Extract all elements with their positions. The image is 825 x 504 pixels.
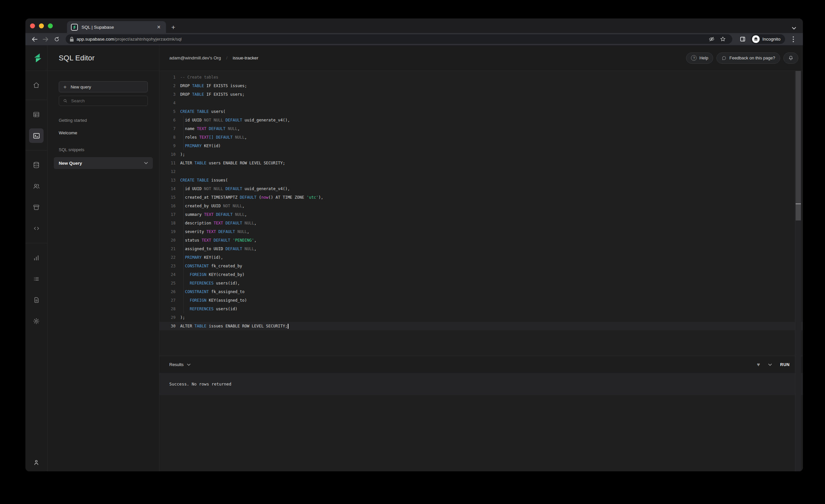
tab-title: SQL | Supabase [81,25,155,30]
line-number: 20 [159,236,175,244]
new-tab-button[interactable]: + [171,24,175,33]
code-line[interactable]: 27 FOREIGN KEY(assigned_to) [159,296,803,305]
run-button[interactable]: RUN [780,362,790,367]
code-line[interactable]: 19 severity TEXT DEFAULT NULL, [159,227,803,236]
nav-auth[interactable] [29,179,44,194]
code-line[interactable]: 11ALTER TABLE users ENABLE ROW LEVEL SEC… [159,159,803,167]
scrollbar-thumb-secondary[interactable] [796,204,801,220]
plus-icon: + [63,84,67,90]
minimize-window-button[interactable] [39,23,44,28]
favorite-heart-icon[interactable]: ♥ [757,362,760,367]
notifications-button[interactable] [783,53,798,64]
sidebar-item-welcome[interactable]: Welcome [59,130,148,135]
code-line[interactable]: 13CREATE TABLE issues( [159,176,803,185]
code-line[interactable]: 1-- Create tables [159,73,803,81]
incognito-icon [752,35,760,43]
code-line[interactable]: 22 PRIMARY KEY(id), [159,253,803,262]
page-title: SQL Editor [59,54,95,62]
code-line[interactable]: 15 created_at TIMESTAMPTZ DEFAULT (now()… [159,193,803,202]
rail-divider [25,150,48,150]
code-line[interactable]: 17 summary TEXT DEFAULT NULL, [159,210,803,219]
code-line[interactable]: 7 name TEXT DEFAULT NULL, [159,125,803,133]
code-lines: 1-- Create tables2DROP TABLE IF EXISTS i… [159,73,803,331]
sidebar-item-new-query[interactable]: New Query [54,157,153,169]
code-line[interactable]: 21 assigned_to UUID DEFAULT NULL, [159,244,803,253]
scrollbar-thumb[interactable] [796,71,801,203]
zoom-window-button[interactable] [48,23,53,28]
line-number: 18 [159,219,175,227]
line-content: FOREIGN KEY(created_by) [175,270,244,279]
eye-off-icon[interactable] [706,34,717,44]
code-line[interactable]: 30ALTER TABLE issues ENABLE ROW LEVEL SE… [159,322,803,331]
feedback-button[interactable]: Feedback on this page? [717,53,780,64]
code-line[interactable]: 5CREATE TABLE users( [159,107,803,116]
code-line[interactable]: 16 created_by UUID NOT NULL, [159,202,803,210]
side-panel-icon[interactable] [737,34,748,44]
nav-table-editor[interactable] [29,107,44,122]
nav-storage[interactable] [29,200,44,215]
bookmark-star-icon[interactable] [717,34,728,44]
code-line[interactable]: 14 id UUID NOT NULL DEFAULT uuid_generat… [159,185,803,193]
nav-sql-editor[interactable] [29,128,44,143]
nav-edge-functions[interactable] [29,221,44,236]
header-actions: ? Help Feedback on this page? [686,53,798,64]
back-icon[interactable] [29,34,40,44]
code-line[interactable]: 9 PRIMARY KEY(id) [159,142,803,150]
close-window-button[interactable] [30,23,35,28]
line-content: assigned_to UUID DEFAULT NULL, [175,244,256,253]
code-line[interactable]: 2DROP TABLE IF EXISTS issues; [159,81,803,90]
code-line[interactable]: 24 FOREIGN KEY(created_by) [159,270,803,279]
incognito-badge[interactable]: Incognito [751,34,785,44]
code-line[interactable]: 6 id UUID NOT NULL DEFAULT uuid_generate… [159,116,803,125]
feedback-label: Feedback on this page? [729,56,775,60]
status-message: Success. No rows returned [169,381,231,386]
help-button[interactable]: ? Help [686,53,713,64]
code-line[interactable]: 3DROP TABLE IF EXISTS users; [159,90,803,99]
breadcrumb-org[interactable]: adam@windmill.dev's Org [169,56,221,60]
search-input[interactable] [71,98,144,103]
indent-guide [183,185,184,313]
code-line[interactable]: 18 description TEXT DEFAULT NULL, [159,219,803,227]
tab-strip: SQL | Supabase ✕ + [25,18,803,33]
new-query-button[interactable]: + New query [59,81,148,92]
code-line[interactable]: 20 status TEXT DEFAULT 'PENDING', [159,236,803,244]
results-tab[interactable]: Results [169,362,191,367]
reload-icon[interactable] [51,34,62,44]
line-content: ALTER TABLE issues ENABLE ROW LEVEL SECU… [175,322,288,331]
breadcrumb-project[interactable]: issue-tracker [233,56,258,60]
nav-logs[interactable] [29,272,44,286]
scrollbar[interactable] [795,71,801,471]
section-label-sql-snippets: SQL snippets [59,147,148,152]
results-output: Success. No rows returned [159,373,803,395]
line-number: 7 [159,125,175,133]
code-line[interactable]: 29); [159,313,803,322]
nav-reports[interactable] [29,250,44,265]
code-line[interactable]: 26 CONSTRAINT fk_assigned_to [159,287,803,296]
code-line[interactable]: 25 REFERENCES users(id), [159,279,803,287]
nav-database[interactable] [29,158,44,172]
chat-icon [722,56,727,61]
nav-home[interactable] [29,78,44,92]
browser-menu-kebab-icon[interactable] [788,34,799,44]
snippet-label: New Query [59,161,82,166]
nav-settings[interactable] [29,314,44,329]
search-box[interactable] [59,96,148,106]
code-line[interactable]: 12 [159,167,803,176]
code-line[interactable]: 8 roles TEXT[] DEFAULT NULL, [159,133,803,142]
nav-rail [25,71,48,471]
forward-icon[interactable] [40,34,51,44]
tab-search-chevron-icon[interactable] [792,27,796,33]
line-number: 10 [159,150,175,159]
code-editor[interactable]: 1-- Create tables2DROP TABLE IF EXISTS i… [159,71,803,356]
url-bar[interactable]: app.supabase.com/project/azahtnhqohyjerz… [66,34,732,44]
browser-tab[interactable]: SQL | Supabase ✕ [67,21,166,33]
nav-account[interactable] [33,459,40,466]
nav-docs[interactable] [29,293,44,307]
line-number: 3 [159,90,175,99]
code-line[interactable]: 4 [159,99,803,107]
code-line[interactable]: 28 REFERENCES users(id) [159,305,803,313]
code-line[interactable]: 10); [159,150,803,159]
code-line[interactable]: 23 CONSTRAINT fk_created_by [159,262,803,270]
chevron-down-icon[interactable] [768,363,772,366]
tab-close-icon[interactable]: ✕ [155,24,162,30]
